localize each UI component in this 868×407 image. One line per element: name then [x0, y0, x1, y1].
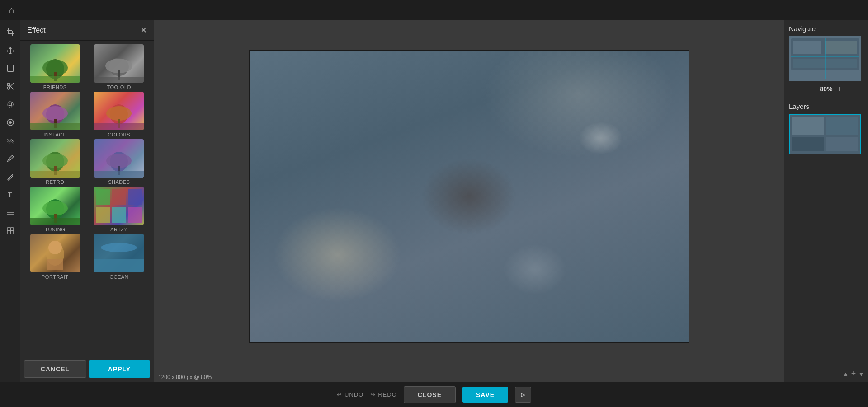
svg-point-46: [106, 154, 132, 168]
redo-button[interactable]: ↪ REDO: [370, 391, 397, 398]
svg-point-10: [9, 103, 12, 106]
right-panel: Navigate − 80% + Layers: [784, 20, 868, 382]
effect-thumb-instage: [30, 92, 80, 130]
wave-tool[interactable]: [3, 133, 18, 148]
svg-rect-40: [94, 123, 144, 130]
bottom-bar: ↩ UNDO ↪ REDO CLOSE SAVE ⊳: [0, 382, 868, 407]
svg-rect-67: [793, 41, 821, 54]
svg-point-42: [42, 154, 68, 168]
scissors-tool[interactable]: [3, 79, 18, 94]
effect-item-retro[interactable]: RETRO: [24, 139, 86, 185]
svg-rect-56: [96, 207, 110, 223]
crop-tool[interactable]: [3, 25, 18, 39]
effect-label-tuning: TUNING: [45, 227, 65, 232]
hatch-tool[interactable]: [3, 206, 18, 220]
svg-rect-55: [128, 189, 142, 205]
effect-label-friends: FRIENDS: [43, 84, 67, 90]
effect-label-colors: COLORS: [108, 132, 130, 137]
svg-rect-0: [8, 28, 9, 34]
undo-button[interactable]: ↩ UNDO: [337, 391, 363, 398]
effect-item-tuning[interactable]: TUNING: [24, 187, 86, 232]
svg-rect-23: [7, 231, 10, 234]
zoom-value: 80%: [820, 85, 832, 93]
effect-thumb-shades: [94, 139, 144, 178]
effect-item-extra1[interactable]: PORTRAIT: [24, 234, 86, 280]
svg-point-34: [42, 106, 68, 121]
effect-label-instage: INSTAGE: [43, 132, 66, 137]
svg-rect-71: [791, 56, 859, 57]
gallery-tool[interactable]: [3, 224, 18, 238]
close-button[interactable]: CLOSE: [404, 386, 456, 403]
navigate-title: Navigate: [789, 25, 863, 33]
svg-rect-32: [94, 77, 144, 83]
undo-icon: ↩: [337, 391, 342, 398]
effect-panel-close[interactable]: ✕: [140, 25, 147, 35]
expand-icon: ⊳: [520, 391, 526, 398]
effect-panel: Effect ✕ FRIENDS: [20, 20, 154, 382]
expand-button[interactable]: ⊳: [515, 387, 531, 403]
svg-rect-68: [825, 41, 857, 54]
zoom-out-button[interactable]: −: [811, 85, 815, 93]
svg-point-38: [106, 106, 132, 121]
svg-marker-4: [7, 47, 14, 54]
filter-tool[interactable]: [3, 115, 18, 130]
apply-button[interactable]: APPLY: [89, 360, 150, 378]
layers-section: Layers: [784, 98, 868, 365]
nav-next-button[interactable]: ▼: [858, 370, 864, 378]
eyedropper-tool[interactable]: [3, 151, 18, 166]
canvas-image-bg: [250, 51, 689, 342]
svg-rect-44: [30, 171, 80, 178]
effect-item-colors[interactable]: COLORS: [88, 92, 151, 137]
effect-item-extra2[interactable]: OCEAN: [88, 234, 151, 280]
svg-rect-48: [94, 171, 144, 178]
navigate-section: Navigate − 80% +: [784, 20, 868, 98]
svg-rect-74: [826, 117, 858, 135]
svg-point-11: [8, 102, 13, 107]
canvas-content: [250, 51, 689, 342]
pen-tool[interactable]: [3, 169, 18, 184]
svg-rect-53: [96, 189, 110, 205]
save-button[interactable]: SAVE: [462, 387, 508, 403]
selection-tool[interactable]: [3, 61, 18, 75]
left-toolbar: T: [0, 20, 20, 382]
svg-point-15: [7, 161, 8, 162]
svg-rect-1: [7, 30, 12, 31]
effect-thumb-colors: [94, 92, 144, 130]
svg-point-50: [42, 201, 68, 215]
effect-thumb-artzy: [94, 187, 144, 225]
home-icon[interactable]: ⌂: [5, 3, 19, 18]
svg-rect-76: [826, 137, 858, 151]
canvas-area: 1200 x 800 px @ 80%: [154, 20, 784, 382]
svg-rect-54: [112, 189, 126, 205]
move-tool[interactable]: [3, 43, 18, 57]
svg-rect-52: [30, 218, 80, 225]
nav-add-button[interactable]: +: [851, 369, 856, 379]
cancel-button[interactable]: CANCEL: [24, 360, 86, 378]
canvas-status: 1200 x 800 px @ 80%: [154, 372, 784, 382]
layer-thumbnail[interactable]: [789, 114, 861, 154]
effect-label-extra2: OCEAN: [109, 274, 128, 280]
effect-thumb-too-old: [94, 44, 144, 83]
text-tool[interactable]: T: [3, 187, 18, 202]
main-layout: T Effect ✕: [0, 20, 868, 382]
svg-rect-24: [10, 231, 14, 234]
svg-rect-22: [10, 228, 14, 231]
effect-item-too-old[interactable]: TOO-OLD: [88, 44, 151, 90]
effect-thumb-extra1: [30, 234, 80, 272]
svg-rect-21: [7, 228, 10, 231]
svg-rect-5: [7, 65, 14, 71]
effect-item-artzy[interactable]: ARTZY: [88, 187, 151, 232]
effect-thumb-extra2: [94, 234, 144, 272]
layers-title: Layers: [789, 103, 863, 110]
nav-thumbnail: [789, 36, 861, 81]
effect-item-friends[interactable]: FRIENDS: [24, 44, 86, 90]
svg-point-13: [9, 121, 12, 124]
nav-prev-button[interactable]: ▲: [843, 370, 849, 378]
svg-rect-57: [112, 207, 126, 223]
zoom-in-button[interactable]: +: [837, 85, 841, 93]
effect-label-extra1: PORTRAIT: [42, 274, 68, 280]
effect-item-instage[interactable]: INSTAGE: [24, 92, 86, 137]
settings-tool[interactable]: [3, 97, 18, 112]
bottom-center: ↩ UNDO ↪ REDO CLOSE SAVE ⊳: [337, 386, 531, 403]
effect-item-shades[interactable]: SHADES: [88, 139, 151, 185]
